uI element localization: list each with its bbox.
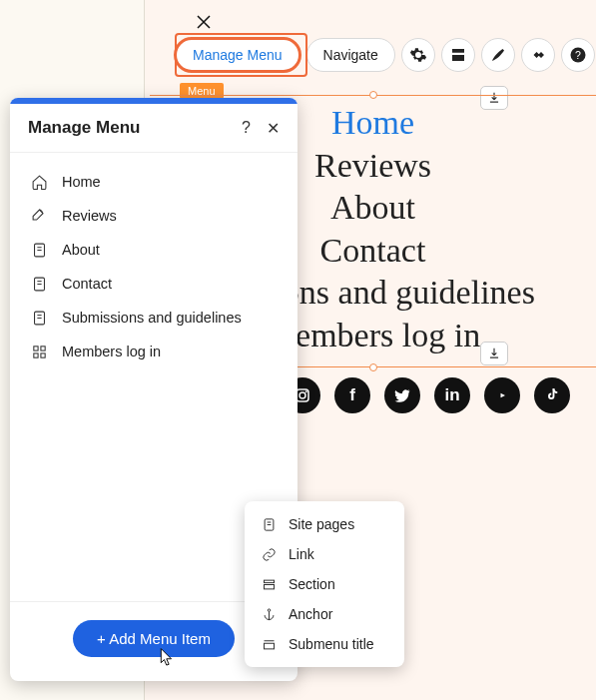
animation-icon[interactable] <box>521 38 555 72</box>
panel-close-icon[interactable]: ✕ <box>267 119 280 138</box>
svg-rect-1 <box>452 55 464 61</box>
page-icon <box>30 275 48 293</box>
menu-item-contact[interactable]: Contact <box>10 267 298 301</box>
resize-handle-top[interactable] <box>369 91 377 99</box>
add-menu-item-button[interactable]: Add Menu Item <box>73 620 235 657</box>
gear-icon[interactable] <box>401 38 435 72</box>
social-bar: f in <box>285 377 570 413</box>
dropdown-link[interactable]: Link <box>245 539 404 569</box>
dropdown-submenu-title[interactable]: Submenu title <box>245 629 404 659</box>
menu-item-submissions[interactable]: Submissions and guidelines <box>10 301 298 335</box>
panel-header: Manage Menu ? ✕ <box>10 104 298 153</box>
editor-toolbar: Manage Menu Navigate ? <box>175 38 595 72</box>
dropdown-label: Anchor <box>289 606 332 622</box>
svg-point-6 <box>305 390 307 392</box>
dropdown-section[interactable]: Section <box>245 569 404 599</box>
tiktok-icon[interactable] <box>534 377 570 413</box>
download-icon[interactable] <box>480 342 508 365</box>
svg-rect-0 <box>452 49 464 53</box>
svg-point-5 <box>299 392 305 398</box>
menu-item-home[interactable]: Home <box>10 165 298 199</box>
menu-item-label: Reviews <box>62 208 117 224</box>
menu-item-about[interactable]: About <box>10 233 298 267</box>
close-icon[interactable] <box>192 10 216 34</box>
resize-handle-bottom[interactable] <box>369 363 377 371</box>
svg-rect-24 <box>264 584 274 588</box>
svg-rect-19 <box>40 352 44 356</box>
pen-icon <box>30 207 48 225</box>
page-icon <box>261 516 277 532</box>
menu-item-label: About <box>62 242 100 258</box>
dropdown-label: Site pages <box>289 516 354 532</box>
menu-item-reviews[interactable]: Reviews <box>10 199 298 233</box>
dropdown-site-pages[interactable]: Site pages <box>245 509 404 539</box>
menu-item-members[interactable]: Members log in <box>10 335 298 368</box>
submenu-icon <box>261 636 277 652</box>
panel-help-icon[interactable]: ? <box>242 119 251 138</box>
svg-rect-16 <box>33 346 37 350</box>
twitter-icon[interactable] <box>384 377 420 413</box>
youtube-icon[interactable] <box>484 377 520 413</box>
anchor-icon <box>261 606 277 622</box>
page-icon <box>30 241 48 259</box>
page-icon <box>30 309 48 327</box>
svg-text:?: ? <box>575 49 581 61</box>
manage-menu-button[interactable]: Manage Menu <box>175 38 300 72</box>
menu-item-label: Home <box>62 174 101 190</box>
link-icon <box>261 546 277 562</box>
dropdown-label: Link <box>289 546 314 562</box>
svg-rect-23 <box>264 580 274 583</box>
dropdown-label: Submenu title <box>289 636 374 652</box>
brush-icon[interactable] <box>481 38 515 72</box>
help-icon[interactable]: ? <box>561 38 595 72</box>
svg-rect-18 <box>33 352 37 356</box>
svg-point-25 <box>268 608 271 611</box>
facebook-icon[interactable]: f <box>334 377 370 413</box>
svg-rect-17 <box>40 346 44 350</box>
section-icon <box>261 576 277 592</box>
panel-title: Manage Menu <box>28 118 140 138</box>
home-icon <box>30 173 48 191</box>
cursor-pointer <box>156 647 176 673</box>
dropdown-label: Section <box>289 576 335 592</box>
menu-item-label: Submissions and guidelines <box>62 310 242 326</box>
layout-icon[interactable] <box>441 38 475 72</box>
svg-rect-28 <box>264 643 274 649</box>
dropdown-anchor[interactable]: Anchor <box>245 599 404 629</box>
grid-icon <box>30 343 48 360</box>
linkedin-icon[interactable]: in <box>434 377 470 413</box>
add-menu-item-dropdown: Site pages Link Section Anchor Submenu t… <box>245 501 404 667</box>
menu-item-label: Contact <box>62 276 112 292</box>
menu-item-label: Members log in <box>62 344 161 359</box>
navigate-button[interactable]: Navigate <box>306 38 395 72</box>
